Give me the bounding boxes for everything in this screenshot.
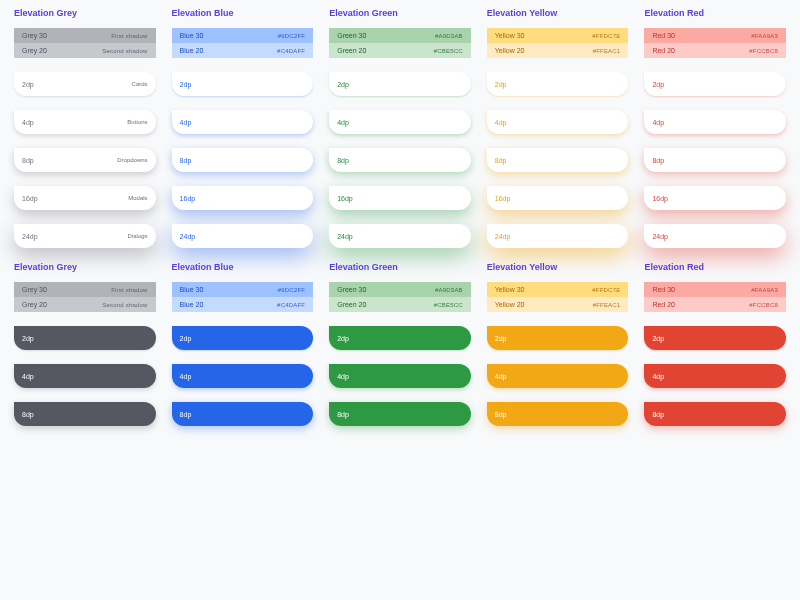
swatch-name: Blue 20: [180, 47, 204, 54]
column-title: Elevation Grey: [14, 262, 156, 272]
elevation-card-16dp: 16dp: [329, 186, 471, 210]
elevation-card-24dp: 24dp: [644, 224, 786, 248]
swatch: Grey 20Second shadow: [14, 297, 156, 312]
elevation-card-8dp: 8dp: [487, 148, 629, 172]
elevation-card-16dp: 16dp: [172, 186, 314, 210]
swatch-meta: #FCCBC8: [749, 302, 778, 308]
dp-label: 4dp: [337, 373, 349, 380]
swatch-name: Green 30: [337, 286, 366, 293]
swatch-meta: #FFDC7E: [592, 33, 620, 39]
dp-label: 24dp: [180, 233, 196, 240]
swatch: Grey 30First shadow: [14, 28, 156, 43]
swatch-name: Yellow 30: [495, 32, 525, 39]
elevation-card-2dp: 2dp: [644, 326, 786, 350]
dp-label: 8dp: [652, 157, 664, 164]
column-title: Elevation Green: [329, 262, 471, 272]
elevation-card-4dp: 4dp: [172, 110, 314, 134]
elevation-filled-section: Elevation GreyGrey 30First shadowGrey 20…: [14, 262, 786, 426]
dp-label: 16dp: [180, 195, 196, 202]
swatch: Red 30#FAA9A3: [644, 282, 786, 297]
column-red: Elevation RedRed 30#FAA9A3Red 20#FCCBC82…: [644, 8, 786, 248]
elevation-card-2dp: 2dp: [172, 326, 314, 350]
elevation-card-8dp: 8dp: [644, 148, 786, 172]
swatch-meta: #FAA9A3: [751, 287, 778, 293]
swatch: Red 30#FAA9A3: [644, 28, 786, 43]
dp-label: 4dp: [337, 119, 349, 126]
swatch-meta: #FFDC7E: [592, 287, 620, 293]
elevation-card-4dp: 4dp: [487, 364, 629, 388]
elevation-card-2dp: 2dp: [329, 326, 471, 350]
column-title: Elevation Yellow: [487, 8, 629, 18]
swatch-name: Yellow 30: [495, 286, 525, 293]
column-green: Elevation GreenGreen 30#A9D3ABGreen 20#C…: [329, 8, 471, 248]
dp-label: 24dp: [337, 233, 353, 240]
swatch-name: Grey 30: [22, 286, 47, 293]
column-title: Elevation Grey: [14, 8, 156, 18]
usage-label: Dialogs: [128, 233, 148, 239]
swatch: Green 30#A9D3AB: [329, 282, 471, 297]
dp-label: 8dp: [180, 157, 192, 164]
dp-label: 4dp: [495, 373, 507, 380]
elevation-card-4dp: 4dp: [329, 110, 471, 134]
swatch: Blue 20#C4DAFF: [172, 43, 314, 58]
elevation-card-8dp: 8dp: [329, 148, 471, 172]
swatch-name: Red 30: [652, 32, 675, 39]
elevation-card-2dp: 2dp: [487, 72, 629, 96]
swatch-name: Grey 20: [22, 47, 47, 54]
elevation-card-16dp: 16dp: [644, 186, 786, 210]
swatch: Green 20#CBE5CC: [329, 297, 471, 312]
elevation-card-4dp: 4dp: [487, 110, 629, 134]
dp-label: 16dp: [337, 195, 353, 202]
swatch-pair: Yellow 30#FFDC7EYellow 20#FFEAC1: [487, 282, 629, 312]
swatch-name: Grey 30: [22, 32, 47, 39]
swatch-meta: #FFEAC1: [593, 48, 621, 54]
swatch: Blue 20#C4DAFF: [172, 297, 314, 312]
elevation-card-8dp: 8dp: [329, 402, 471, 426]
usage-label: Dropdowns: [117, 157, 147, 163]
swatch-pair: Green 30#A9D3ABGreen 20#CBE5CC: [329, 28, 471, 58]
elevation-card-2dp: 2dp: [329, 72, 471, 96]
swatch-meta: #C4DAFF: [277, 48, 305, 54]
swatch: Blue 30#9DC2FF: [172, 282, 314, 297]
swatch: Grey 20Second shadow: [14, 43, 156, 58]
swatch-meta: #A9D3AB: [435, 287, 463, 293]
elevation-card-24dp: 24dp: [172, 224, 314, 248]
dp-label: 4dp: [22, 373, 34, 380]
elevation-card-8dp: 8dp: [172, 148, 314, 172]
dp-label: 24dp: [652, 233, 668, 240]
swatch: Yellow 20#FFEAC1: [487, 297, 629, 312]
elevation-card-2dp: 2dpCards: [14, 72, 156, 96]
swatch-pair: Grey 30First shadowGrey 20Second shadow: [14, 28, 156, 58]
swatch: Yellow 30#FFDC7E: [487, 282, 629, 297]
elevation-card-8dp: 8dp: [172, 402, 314, 426]
elevation-light-section: Elevation GreyGrey 30First shadowGrey 20…: [14, 8, 786, 248]
swatch-meta: Second shadow: [102, 48, 147, 54]
swatch: Red 20#FCCBC8: [644, 43, 786, 58]
swatch-meta: #C4DAFF: [277, 302, 305, 308]
swatch-name: Blue 30: [180, 32, 204, 39]
column-yellow: Elevation YellowYellow 30#FFDC7EYellow 2…: [487, 262, 629, 426]
swatch-meta: #CBE5CC: [434, 302, 463, 308]
swatch-meta: #9DC2FF: [278, 287, 305, 293]
column-yellow: Elevation YellowYellow 30#FFDC7EYellow 2…: [487, 8, 629, 248]
dp-label: 8dp: [495, 157, 507, 164]
dp-label: 8dp: [337, 157, 349, 164]
swatch-pair: Grey 30First shadowGrey 20Second shadow: [14, 282, 156, 312]
elevation-card-2dp: 2dp: [14, 326, 156, 350]
swatch-meta: #FFEAC1: [593, 302, 621, 308]
column-title: Elevation Red: [644, 262, 786, 272]
column-grey: Elevation GreyGrey 30First shadowGrey 20…: [14, 8, 156, 248]
dp-label: 4dp: [22, 119, 34, 126]
elevation-card-4dp: 4dp: [172, 364, 314, 388]
dp-label: 16dp: [22, 195, 38, 202]
swatch: Blue 30#9DC2FF: [172, 28, 314, 43]
elevation-card-2dp: 2dp: [644, 72, 786, 96]
dp-label: 8dp: [337, 411, 349, 418]
dp-label: 2dp: [495, 81, 507, 88]
elevation-card-24dp: 24dp: [487, 224, 629, 248]
dp-label: 24dp: [22, 233, 38, 240]
elevation-card-4dp: 4dp: [329, 364, 471, 388]
elevation-card-4dp: 4dp: [644, 364, 786, 388]
dp-label: 8dp: [652, 411, 664, 418]
swatch-pair: Red 30#FAA9A3Red 20#FCCBC8: [644, 28, 786, 58]
